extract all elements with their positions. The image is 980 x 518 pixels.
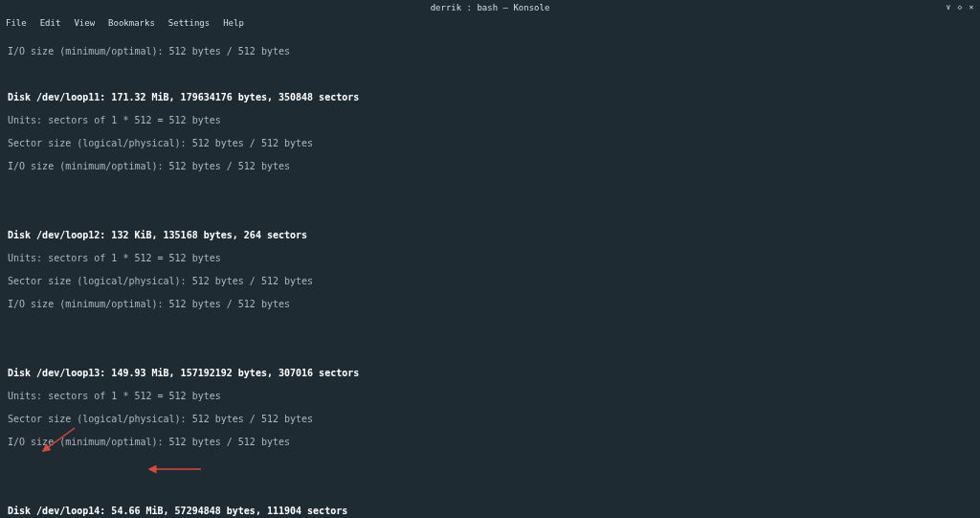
- minimize-icon[interactable]: ∨: [944, 2, 953, 11]
- output-line: I/O size (minimum/optimal): 512 bytes / …: [8, 161, 972, 172]
- output-line: Units: sectors of 1 * 512 = 512 bytes: [8, 391, 972, 402]
- output-line: I/O size (minimum/optimal): 512 bytes / …: [8, 46, 972, 57]
- disk-header: Disk /dev/loop11: 171.32 MiB, 179634176 …: [8, 92, 972, 103]
- output-line: I/O size (minimum/optimal): 512 bytes / …: [8, 299, 972, 310]
- terminal-output[interactable]: I/O size (minimum/optimal): 512 bytes / …: [0, 31, 980, 518]
- titlebar: derrik : bash — Konsole ∨ ◇ ✕: [0, 0, 980, 15]
- output-blank: [8, 322, 972, 333]
- menu-bookmarks[interactable]: Bookmarks: [108, 18, 155, 28]
- menu-settings[interactable]: Settings: [168, 18, 210, 28]
- menu-help[interactable]: Help: [223, 18, 244, 28]
- output-line: Units: sectors of 1 * 512 = 512 bytes: [8, 253, 972, 264]
- output-blank: [8, 184, 972, 195]
- output-line: Sector size (logical/physical): 512 byte…: [8, 414, 972, 425]
- menu-file[interactable]: File: [6, 18, 27, 28]
- output-blank: [8, 483, 972, 494]
- disk-header: Disk /dev/loop14: 54.66 MiB, 57294848 by…: [8, 506, 972, 517]
- menubar: File Edit View Bookmarks Settings Help: [0, 15, 980, 31]
- output-blank: [8, 460, 972, 471]
- disk-header: Disk /dev/loop13: 149.93 MiB, 157192192 …: [8, 368, 972, 379]
- window-controls: ∨ ◇ ✕: [944, 2, 976, 11]
- output-line: I/O size (minimum/optimal): 512 bytes / …: [8, 437, 972, 448]
- close-icon[interactable]: ✕: [967, 2, 976, 11]
- output-line: Sector size (logical/physical): 512 byte…: [8, 138, 972, 149]
- maximize-icon[interactable]: ◇: [955, 2, 965, 11]
- output-line: Units: sectors of 1 * 512 = 512 bytes: [8, 115, 972, 126]
- output-blank: [8, 345, 972, 356]
- output-line: Sector size (logical/physical): 512 byte…: [8, 276, 972, 287]
- disk-header: Disk /dev/loop12: 132 KiB, 135168 bytes,…: [8, 230, 972, 241]
- window-title: derrik : bash — Konsole: [431, 3, 550, 12]
- output-blank: [8, 207, 972, 218]
- menu-view[interactable]: View: [74, 18, 95, 28]
- menu-edit[interactable]: Edit: [40, 18, 61, 28]
